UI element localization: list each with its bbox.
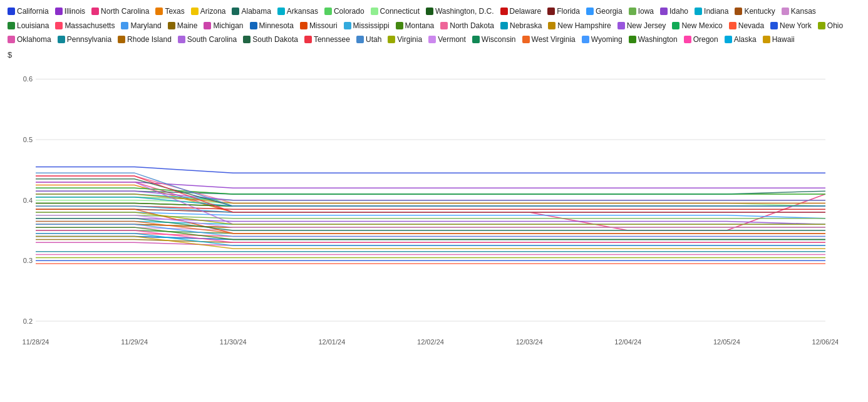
legend-label: West Virginia — [532, 33, 576, 46]
legend-swatch — [582, 36, 589, 43]
svg-text:11/29/24: 11/29/24 — [121, 338, 148, 346]
legend-item: Indiana — [695, 5, 728, 18]
legend-swatch — [500, 8, 508, 15]
legend-item: Virginia — [388, 33, 422, 46]
legend-label: California — [17, 5, 49, 18]
chart-legend: CaliforniaIllinoisNorth CarolinaTexasAri… — [0, 0, 868, 50]
legend-item: Illinois — [55, 5, 85, 18]
legend-label: Washington — [638, 33, 678, 46]
legend-item: Massachusetts — [55, 19, 115, 32]
legend-swatch — [735, 8, 742, 15]
legend-label: New York — [780, 19, 812, 32]
legend-swatch — [729, 22, 736, 29]
legend-item: New Jersey — [617, 19, 666, 32]
legend-label: Alabama — [241, 5, 271, 18]
legend-label: Iowa — [638, 5, 654, 18]
legend-label: Maine — [177, 19, 198, 32]
legend-item: Alabama — [232, 5, 271, 18]
legend-swatch — [672, 22, 679, 29]
legend-item: New York — [770, 19, 812, 32]
legend-item: Wisconsin — [472, 33, 516, 46]
legend-swatch — [695, 8, 702, 15]
legend-item: New Hampshire — [548, 19, 611, 32]
svg-text:12/01/24: 12/01/24 — [318, 338, 345, 346]
legend-swatch — [204, 22, 211, 29]
legend-swatch — [472, 36, 480, 43]
legend-swatch — [617, 22, 625, 29]
legend-item: Delaware — [500, 5, 542, 18]
svg-text:12/04/24: 12/04/24 — [614, 338, 641, 346]
legend-swatch — [277, 8, 285, 15]
svg-text:0.6: 0.6 — [23, 75, 33, 83]
legend-label: Utah — [366, 33, 381, 46]
legend-item: Kansas — [782, 5, 816, 18]
legend-swatch — [547, 8, 555, 15]
legend-swatch — [300, 22, 307, 29]
legend-item: Tennessee — [304, 33, 350, 46]
legend-swatch — [782, 8, 789, 15]
legend-swatch — [629, 8, 636, 15]
legend-label: Missouri — [309, 19, 338, 32]
legend-item: Minnesota — [250, 19, 294, 32]
legend-item: Washington, D.C. — [426, 5, 494, 18]
legend-item: Hawaii — [763, 33, 795, 46]
svg-text:0.5: 0.5 — [23, 136, 33, 143]
legend-item: Florida — [547, 5, 580, 18]
legend-swatch — [324, 8, 332, 15]
legend-swatch — [168, 22, 175, 29]
chart-container: 0.20.30.40.50.611/28/2411/29/2411/30/241… — [8, 61, 868, 361]
legend-item: Vermont — [428, 33, 466, 46]
svg-text:12/05/24: 12/05/24 — [713, 338, 740, 346]
legend-item: Mississippi — [344, 19, 390, 32]
legend-label: Georgia — [596, 5, 623, 18]
legend-label: Massachusetts — [65, 19, 115, 32]
legend-label: Mississippi — [353, 19, 390, 32]
legend-swatch — [522, 36, 530, 43]
legend-item: North Dakota — [440, 19, 494, 32]
legend-item: Georgia — [586, 5, 623, 18]
legend-label: Hawaii — [772, 33, 795, 46]
legend-label: South Dakota — [252, 33, 298, 46]
legend-label: Connecticut — [380, 5, 420, 18]
legend-item: Arizona — [191, 5, 226, 18]
legend-item: New Mexico — [672, 19, 722, 32]
legend-label: Pennsylvania — [67, 33, 111, 46]
legend-label: Idaho — [669, 5, 688, 18]
legend-label: South Carolina — [187, 33, 237, 46]
legend-item: Montana — [396, 19, 435, 32]
legend-item: Nebraska — [500, 19, 542, 32]
legend-item: Louisiana — [8, 19, 49, 32]
svg-text:0.2: 0.2 — [23, 317, 33, 325]
svg-text:11/28/24: 11/28/24 — [23, 338, 49, 346]
legend-label: Texas — [165, 5, 184, 18]
legend-swatch — [396, 22, 403, 29]
legend-label: Montana — [405, 19, 435, 32]
legend-label: Vermont — [438, 33, 466, 46]
legend-label: Michigan — [213, 19, 243, 32]
legend-item: Ohio — [818, 19, 843, 32]
legend-item: Wyoming — [582, 33, 623, 46]
legend-label: Arizona — [200, 5, 226, 18]
legend-label: Florida — [557, 5, 580, 18]
legend-label: Alaska — [734, 33, 757, 46]
legend-swatch — [178, 36, 185, 43]
legend-swatch — [356, 36, 364, 43]
legend-swatch — [629, 36, 636, 43]
legend-item: Michigan — [204, 19, 243, 32]
legend-label: Kentucky — [744, 5, 775, 18]
legend-swatch — [763, 36, 770, 43]
legend-item: California — [8, 5, 49, 18]
legend-item: South Dakota — [243, 33, 298, 46]
legend-item: Utah — [356, 33, 381, 46]
legend-swatch — [500, 22, 508, 29]
legend-item: Idaho — [660, 5, 688, 18]
legend-swatch — [191, 8, 199, 15]
legend-label: New Hampshire — [557, 19, 611, 32]
legend-label: North Carolina — [101, 5, 149, 18]
legend-swatch — [428, 36, 436, 43]
legend-swatch — [8, 36, 15, 43]
legend-swatch — [684, 36, 691, 43]
legend-label: Delaware — [510, 5, 542, 18]
legend-swatch — [660, 8, 668, 15]
legend-label: Wisconsin — [482, 33, 516, 46]
